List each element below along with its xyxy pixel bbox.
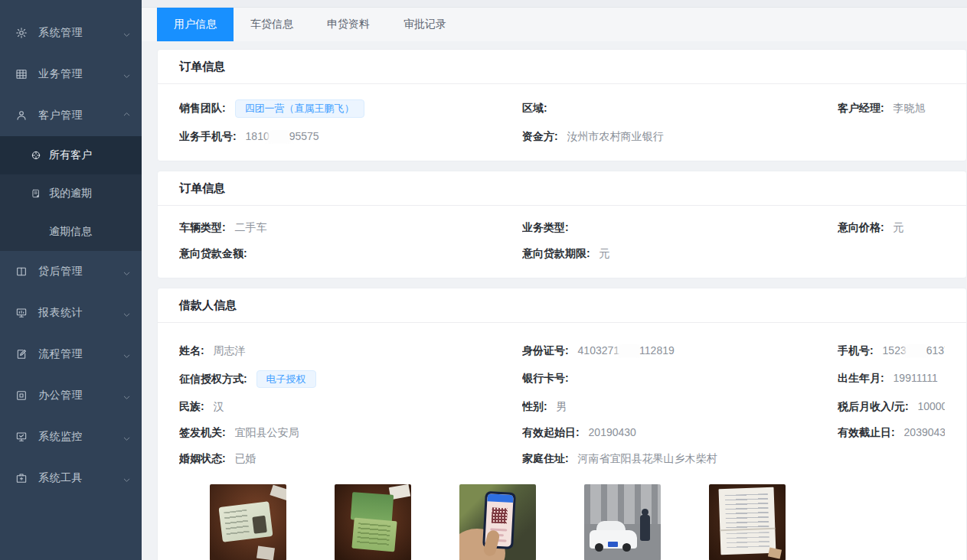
sidebar-item-label: 流程管理 xyxy=(38,347,123,361)
photo-graphic xyxy=(719,487,776,555)
tab-loan-documents[interactable]: 申贷资料 xyxy=(310,8,387,41)
photo-graphic xyxy=(768,548,782,559)
photo-person-with-car[interactable] xyxy=(584,484,661,560)
field-mobile: 手机号: 15236137 xyxy=(838,344,945,358)
field-region: 区域: xyxy=(522,102,838,116)
sidebar-subitem-label: 我的逾期 xyxy=(49,187,92,200)
sidebar-item-system-tools[interactable]: 系统工具 xyxy=(0,457,142,499)
sidebar-item-label: 系统管理 xyxy=(38,26,123,40)
chevron-down-icon xyxy=(123,309,131,317)
chevron-down-icon xyxy=(123,350,131,359)
sidebar-item-system-monitor[interactable]: 系统监控 xyxy=(0,416,142,457)
sidebar-item-label: 办公管理 xyxy=(38,389,123,402)
photo-item: 人车合影 xyxy=(584,484,661,560)
gear-icon xyxy=(15,27,28,39)
toolbox-icon xyxy=(15,472,28,484)
user-icon xyxy=(15,109,28,122)
square-in-square-icon xyxy=(15,389,28,402)
field-business-phone: 业务手机号: 181095575 xyxy=(179,130,522,144)
monitor-check-icon xyxy=(15,431,28,443)
field-funding-party: 资金方: 汝州市农村商业银行 xyxy=(522,130,838,144)
content-scroll-area[interactable]: 订单信息 销售团队: 四团一营（直属王鹏飞） 区域: 客户经理: xyxy=(142,41,967,560)
chevron-down-icon xyxy=(123,29,131,37)
field-valid-from: 有效起始日: 20190430 xyxy=(522,426,838,440)
sidebar-subitem-my-overdue[interactable]: 我的逾期 xyxy=(0,174,142,213)
chevron-down-icon xyxy=(123,474,131,483)
order-info-card-2: 订单信息 车辆类型: 二手车 业务类型: 意向价格: 元 xyxy=(157,171,967,278)
photo-item: 补充材料 xyxy=(709,484,786,560)
field-ethnicity: 民族: 汉 xyxy=(179,400,522,414)
chevron-down-icon xyxy=(123,433,131,441)
chevron-down-icon xyxy=(123,392,131,400)
sidebar-item-report-statistics[interactable]: 报表统计 xyxy=(0,292,142,334)
chevron-up-icon xyxy=(123,112,131,120)
book-icon xyxy=(15,265,28,278)
order-info-card-1: 订单信息 销售团队: 四团一营（直属王鹏飞） 区域: 客户经理: xyxy=(157,49,967,161)
wheel-icon xyxy=(31,150,41,161)
photo-graphic xyxy=(640,515,650,541)
chevron-down-icon xyxy=(123,268,131,276)
chevron-down-icon xyxy=(123,70,131,79)
photo-graphic xyxy=(725,493,769,529)
photo-graphic xyxy=(622,543,631,552)
sidebar-subitem-overdue-info[interactable]: 逾期信息 xyxy=(0,213,142,251)
field-business-type: 业务类型: xyxy=(522,221,838,235)
photo-graphic xyxy=(270,485,286,501)
sidebar-item-business-management[interactable]: 业务管理 xyxy=(0,54,142,95)
field-valid-to: 有效截止日: 20390430 xyxy=(838,426,945,440)
photo-graphic xyxy=(727,532,770,549)
sidebar-item-process-management[interactable]: 流程管理 xyxy=(0,334,142,375)
photo-graphic xyxy=(595,543,603,552)
sidebar-item-label: 客户管理 xyxy=(38,109,123,122)
sidebar-item-postloan-management[interactable]: 贷后管理 xyxy=(0,251,142,292)
field-intended-loan-amount: 意向贷款金额: xyxy=(179,247,522,261)
field-birth-date: 出生年月: 19911111 xyxy=(838,372,945,386)
top-strip xyxy=(142,0,967,8)
detail-tabs: 用户信息 车贷信息 申贷资料 审批记录 xyxy=(142,8,967,41)
field-issuing-authority: 签发机关: 宜阳县公安局 xyxy=(179,426,522,440)
sidebar-item-office-management[interactable]: 办公管理 xyxy=(0,375,142,416)
photo-item: 户口本照片 xyxy=(335,484,411,560)
customer-management-submenu: 所有客户 我的逾期 逾期信息 xyxy=(0,136,142,251)
qr-code-graphic xyxy=(492,508,508,524)
field-intended-price: 意向价格: 元 xyxy=(838,221,945,235)
main-area: 用户信息 车贷信息 申贷资料 审批记录 订单信息 销售团队: 四团一营（直属王鹏… xyxy=(142,0,967,560)
field-credit-auth-method: 征信授权方式: 电子授权 xyxy=(179,370,522,389)
photo-credit-auth-screenshot[interactable] xyxy=(459,484,536,560)
borrower-info-card: 借款人信息 姓名: 周志洋 身份证号: 4103271112819 手机号: xyxy=(157,288,967,560)
field-sales-team: 销售团队: 四团一营（直属王鹏飞） xyxy=(179,99,522,118)
tab-approval-records[interactable]: 审批记录 xyxy=(387,8,463,41)
sidebar-subitem-all-customers[interactable]: 所有客户 xyxy=(0,136,142,174)
sidebar-item-label: 贷后管理 xyxy=(38,265,123,278)
sales-team-tag: 四团一营（直属王鹏飞） xyxy=(235,99,364,118)
sidebar-item-label: 业务管理 xyxy=(38,67,123,81)
app-window: 系统管理 业务管理 客户管理 所有客户 xyxy=(0,0,967,560)
card-title: 借款人信息 xyxy=(158,288,966,323)
sidebar-item-label: 系统工具 xyxy=(38,471,123,485)
photo-graphic xyxy=(608,542,618,547)
photo-graphic xyxy=(252,516,267,534)
photo-graphic xyxy=(487,493,513,503)
tab-user-info[interactable]: 用户信息 xyxy=(157,8,234,41)
photo-graphic xyxy=(256,546,275,560)
tab-car-loan-info[interactable]: 车贷信息 xyxy=(234,8,310,41)
sidebar-subitem-label: 逾期信息 xyxy=(49,225,92,239)
card-title: 订单信息 xyxy=(158,50,966,84)
photo-handwritten-document[interactable] xyxy=(709,484,786,560)
sidebar-item-label: 报表统计 xyxy=(38,306,123,320)
credit-auth-tag: 电子授权 xyxy=(256,370,316,389)
field-gender: 性别: 男 xyxy=(522,400,838,414)
sidebar: 系统管理 业务管理 客户管理 所有客户 xyxy=(0,0,142,560)
photo-household-register[interactable] xyxy=(335,484,411,560)
card-title: 订单信息 xyxy=(158,171,966,206)
field-id-number: 身份证号: 4103271112819 xyxy=(522,344,838,358)
field-intended-loan-term: 意向贷款期限: 元 xyxy=(522,247,838,261)
field-monthly-income: 税后月收入/元: 10000 xyxy=(838,400,945,414)
sidebar-item-label: 系统监控 xyxy=(38,430,123,444)
sidebar-item-customer-management[interactable]: 客户管理 xyxy=(0,95,142,136)
sidebar-item-system-management[interactable]: 系统管理 xyxy=(0,12,142,54)
photo-id-card[interactable] xyxy=(210,484,286,560)
document-edit-icon xyxy=(15,348,28,360)
field-bank-card: 银行卡号: xyxy=(522,372,838,386)
field-vehicle-type: 车辆类型: 二手车 xyxy=(179,221,522,235)
